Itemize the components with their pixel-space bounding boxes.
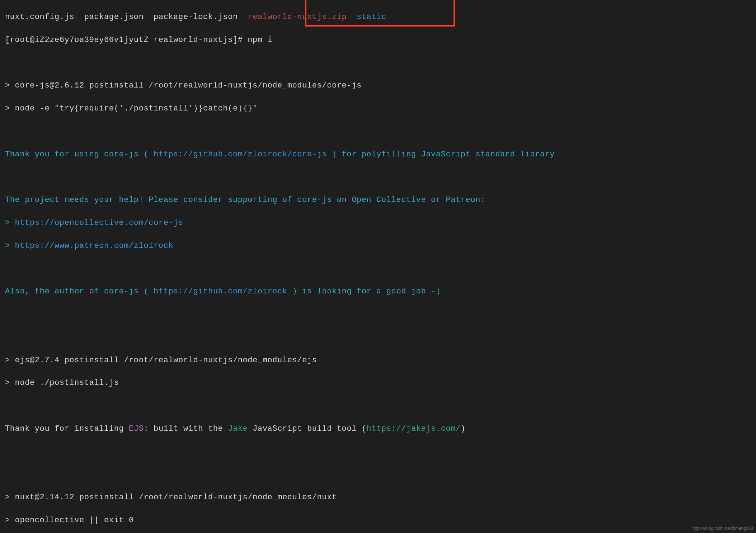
zloirock-link[interactable]: https://github.com/zloirock [154, 287, 287, 296]
npm-script-line: > nuxt@2.14.12 postinstall /root/realwor… [5, 492, 751, 503]
file-name: package-lock.json [154, 13, 238, 22]
file-name: package.json [84, 13, 144, 22]
terminal-output: nuxt.config.js package.json package-lock… [0, 0, 756, 533]
npm-script-line: > node ./postinstall.js [5, 377, 751, 389]
corejs-also-line: Also, the author of core-js ( https://gi… [5, 286, 751, 297]
jakejs-link[interactable]: https://jakejs.com/ [367, 424, 461, 433]
dir-name: static [357, 13, 386, 22]
file-list-line: nuxt.config.js package.json package-lock… [5, 11, 751, 23]
npm-script-line: > opencollective || exit 0 [5, 515, 751, 526]
corejs-github-link[interactable]: https://github.com/zloirock/core-js [154, 150, 327, 159]
watermark-text: https://blog.csdn.net/zimeng303 [692, 525, 753, 532]
patreon-link[interactable]: https://www.patreon.com/zloirock [15, 241, 174, 250]
jake-name: Jake [228, 424, 248, 433]
corejs-thanks-line: Thank you for using core-js ( https://gi… [5, 149, 751, 160]
corejs-help-line: The project needs your help! Please cons… [5, 194, 751, 206]
npm-script-line: > core-js@2.6.12 postinstall /root/realw… [5, 80, 751, 91]
npm-script-line: > node -e "try{require('./postinstall')}… [5, 103, 751, 114]
prompt-hash: # [238, 36, 248, 44]
ejs-name: EJS [129, 424, 144, 433]
ejs-thanks-line: Thank you for installing EJS: built with… [5, 423, 751, 435]
npm-script-line: > ejs@2.7.4 postinstall /root/realworld-… [5, 355, 751, 366]
opencollective-link[interactable]: https://opencollective.com/core-js [15, 218, 183, 227]
shell-command[interactable]: npm i [248, 36, 272, 44]
corejs-patreon-link-line: > https://www.patreon.com/zloirock [5, 240, 751, 252]
corejs-oc-link-line: > https://opencollective.com/core-js [5, 217, 751, 229]
zip-file-name: realworld-nuxtjs.zip [248, 13, 347, 22]
file-name: nuxt.config.js [5, 13, 74, 22]
shell-prompt-line: [root@iZ2ze6y7oa39ey66v1jyutZ realworld-… [5, 34, 751, 46]
shell-prompt: [root@iZ2ze6y7oa39ey66v1jyutZ realworld-… [5, 36, 238, 44]
